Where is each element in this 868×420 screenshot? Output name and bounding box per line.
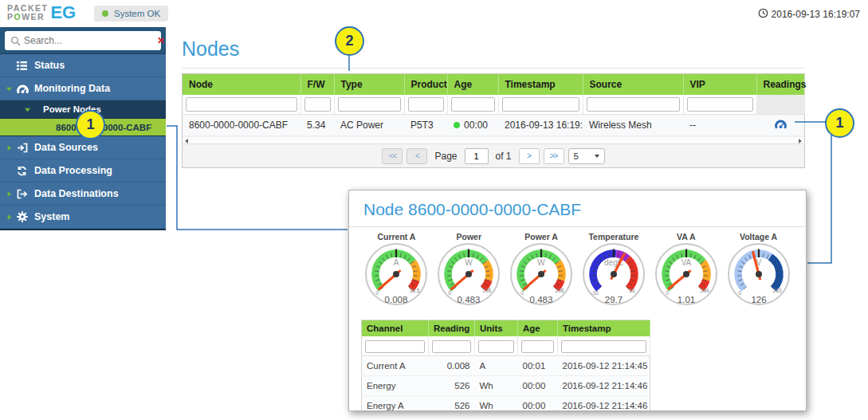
page-number-input[interactable] xyxy=(465,148,489,164)
filter-fw-input[interactable] xyxy=(304,97,331,112)
table-row[interactable]: 8600-0000-0000-CABF5.34AC PowerP5T300:00… xyxy=(183,115,804,136)
filter-product-input[interactable] xyxy=(408,97,444,112)
chevron-down-icon xyxy=(24,106,35,113)
popup-filter-reading-input[interactable] xyxy=(432,340,471,353)
popup-column-header-age[interactable]: Age xyxy=(518,320,558,337)
nodes-table-widget: NodeF/WTypeProductAgeTimestampSourceVIPR… xyxy=(182,73,805,168)
popup-cell-units: A xyxy=(475,356,518,376)
gauge-max-label: 298 xyxy=(556,288,564,293)
sidebar-item-data-processing[interactable]: Data Processing xyxy=(0,159,166,183)
last-page-button[interactable]: >> xyxy=(544,148,564,164)
popup-cell-age: 00:00 xyxy=(518,376,558,396)
gauge-max-label: 38.5 xyxy=(410,288,420,293)
node-readings-popup: Node 8600-0000-0000-CABF Current AA038.5… xyxy=(348,190,807,411)
filter-vip-input[interactable] xyxy=(687,97,753,112)
logo-line-2: POWER xyxy=(7,13,48,22)
gauge-va-a: VA AVA02841.01 xyxy=(650,232,722,313)
popup-filter-channel-input[interactable] xyxy=(365,340,425,353)
gauge-title: Voltage A xyxy=(722,232,795,241)
column-header-age[interactable]: Age xyxy=(447,74,498,95)
gauge-value: 0.483 xyxy=(458,295,481,304)
page-of-label: of 1 xyxy=(496,151,512,162)
gauge-min-label: 0 xyxy=(376,290,379,296)
popup-table-row[interactable]: Current A0.008A00:012016-09-12 21:14:45 xyxy=(362,356,650,376)
sidebar-item-data-destinations[interactable]: Data Destinations xyxy=(0,183,166,206)
popup-cell-timestamp: 2016-09-12 21:14:46 xyxy=(558,376,650,396)
gauges-row: Current AA038.50.008PowerW02980.483Power… xyxy=(349,227,806,313)
column-header-timestamp[interactable]: Timestamp xyxy=(498,74,583,95)
column-header-source[interactable]: Source xyxy=(583,74,683,95)
column-header-vip[interactable]: VIP xyxy=(683,74,756,95)
popup-column-header-units[interactable]: Units xyxy=(475,320,518,337)
gauge-min-label: 0 xyxy=(448,290,451,296)
chevron-right-icon xyxy=(6,190,17,198)
popup-table-row[interactable]: Energy A526Wh00:002016-09-12 21:14:46 xyxy=(362,396,650,412)
scroll-left-icon[interactable] xyxy=(185,139,188,143)
clear-search-icon[interactable]: ✕ xyxy=(151,35,171,46)
column-header-node[interactable]: Node xyxy=(183,74,300,95)
popup-table-row[interactable]: Energy526Wh00:002016-09-12 21:14:46 xyxy=(362,376,650,396)
popup-column-header-reading[interactable]: Reading xyxy=(429,320,475,337)
popup-column-header-timestamp[interactable]: Timestamp xyxy=(558,320,650,337)
prev-page-button[interactable]: < xyxy=(407,148,427,164)
callout-1-left: 1 xyxy=(76,110,105,139)
page-label: Page xyxy=(434,151,457,162)
sign-in-icon xyxy=(17,143,33,153)
filter-age-input[interactable] xyxy=(451,97,495,112)
popup-cell-reading: 526 xyxy=(429,396,475,412)
gauge-min-label: 0 xyxy=(666,290,669,296)
horizontal-scrollbar[interactable] xyxy=(183,136,804,143)
callout-2: 2 xyxy=(335,26,364,56)
gauge-value: 0.008 xyxy=(385,295,408,304)
logo-wordmark: PACKET POWER xyxy=(7,4,48,22)
pagination-bar: << < Page of 1 > >> 5 xyxy=(183,143,804,167)
column-header-type[interactable]: Type xyxy=(334,74,404,95)
system-clock: 2016-09-13 16:19:07 xyxy=(758,8,860,21)
filter-node-input[interactable] xyxy=(186,97,297,112)
cell-source: Wireless Mesh xyxy=(583,115,683,136)
filter-timestamp-input[interactable] xyxy=(502,97,579,112)
chevron-down-icon xyxy=(6,85,17,92)
cell-vip: -- xyxy=(683,115,756,136)
gauge-title: Power xyxy=(433,232,505,241)
next-page-button[interactable]: > xyxy=(519,148,540,164)
filter-cell-readings xyxy=(756,95,804,115)
search-icon xyxy=(10,36,21,46)
page-size-select[interactable]: 5 xyxy=(568,148,605,164)
sidebar-item-status[interactable]: Status xyxy=(0,54,166,77)
gauge-power-a: Power AW02980.483 xyxy=(505,232,578,313)
gauge-dial: VA02841.01 xyxy=(651,242,721,310)
page-title: Nodes xyxy=(182,37,868,61)
refresh-icon xyxy=(17,166,33,176)
packet-power-logo: PACKET POWER EG xyxy=(7,2,76,23)
filter-source-input[interactable] xyxy=(587,97,680,112)
filter-type-input[interactable] xyxy=(338,97,401,112)
popup-cell-channel: Energy A xyxy=(362,396,429,412)
sidebar-item-data-sources[interactable]: Data Sources xyxy=(0,136,166,159)
column-header-readings[interactable]: Readings xyxy=(756,74,804,95)
sidebar-item-system[interactable]: System xyxy=(0,206,166,229)
sidebar-search-row: ✕ xyxy=(0,27,166,54)
gauge-dial: W02980.483 xyxy=(506,242,576,310)
gauge-max-label: 298 xyxy=(483,288,492,293)
first-page-button[interactable]: << xyxy=(382,148,403,164)
clock-icon xyxy=(758,8,768,21)
sidebar-item-monitoring-data[interactable]: Monitoring Data xyxy=(0,77,166,100)
scroll-right-icon[interactable] xyxy=(799,139,802,143)
popup-cell-age: 00:01 xyxy=(518,356,558,376)
popup-cell-timestamp: 2016-09-12 21:14:46 xyxy=(558,396,650,412)
popup-filter-timestamp-input[interactable] xyxy=(561,340,646,353)
readings-gauge-icon[interactable] xyxy=(775,120,787,131)
search-input[interactable] xyxy=(21,35,151,46)
column-header-fw[interactable]: F/W xyxy=(300,74,334,95)
gauge-title: Temperature xyxy=(577,232,650,241)
column-header-product[interactable]: Product xyxy=(404,74,447,95)
gauge-dial: degC-105629.7 xyxy=(579,242,649,310)
popup-column-header-channel[interactable]: Channel xyxy=(362,320,429,337)
clock-text: 2016-09-13 16:19:07 xyxy=(772,9,860,20)
gauge-min-label: 0 xyxy=(520,290,524,296)
popup-filter-age-input[interactable] xyxy=(521,340,554,353)
sidebar-item-label: System xyxy=(34,211,69,222)
gauge-min-label: -10 xyxy=(591,290,599,296)
popup-filter-units-input[interactable] xyxy=(478,340,514,353)
